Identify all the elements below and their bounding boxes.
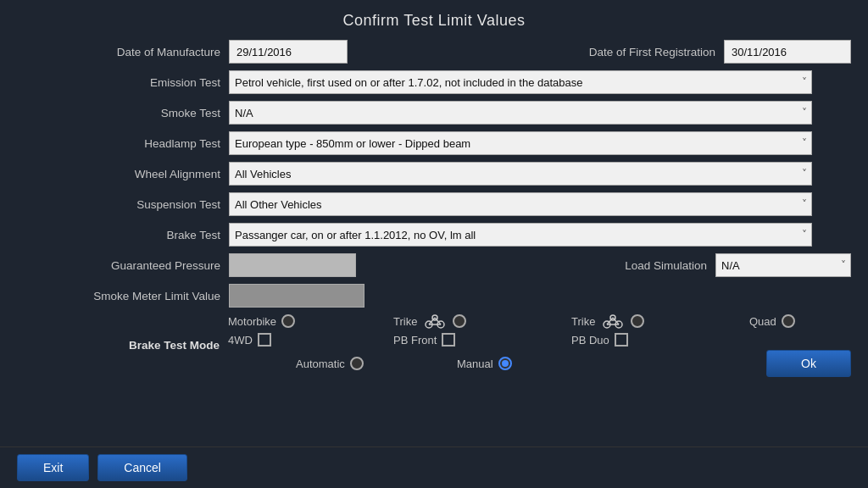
headlamp-test-label: Headlamp Test bbox=[144, 137, 220, 150]
manual-radio[interactable] bbox=[498, 357, 512, 370]
page-title: Confirm Test Limit Values bbox=[343, 12, 526, 29]
trike2-radio[interactable] bbox=[631, 314, 644, 328]
brake-test-label: Brake Test bbox=[166, 229, 220, 241]
suspension-test-select[interactable]: All Other Vehicles bbox=[229, 192, 812, 216]
guaranteed-pressure-label: Guaranteed Pressure bbox=[111, 259, 220, 272]
suspension-test-label: Suspension Test bbox=[136, 198, 220, 211]
manual-label: Manual bbox=[457, 358, 493, 370]
exit-button[interactable]: Exit bbox=[17, 454, 89, 481]
date-first-reg-label: Date of First Registration bbox=[589, 46, 715, 58]
trike1-icon bbox=[423, 313, 447, 330]
trike1-label: Trike bbox=[393, 315, 417, 328]
brake-test-select[interactable]: Passanger car, on or after 1.1.2012, no … bbox=[229, 223, 812, 247]
ok-button[interactable]: Ok bbox=[766, 350, 851, 377]
date-first-reg-input[interactable] bbox=[724, 40, 851, 64]
smoke-meter-input[interactable] bbox=[229, 284, 364, 308]
trike2-icon bbox=[601, 313, 625, 330]
pb-front-label: PB Front bbox=[393, 334, 437, 347]
date-manufacture-label: Date of Manufacture bbox=[117, 46, 220, 58]
quad-radio[interactable] bbox=[782, 314, 795, 328]
automatic-radio[interactable] bbox=[350, 357, 364, 370]
smoke-meter-label: Smoke Meter Limit Value bbox=[93, 290, 220, 302]
4wd-label: 4WD bbox=[228, 334, 253, 347]
automatic-label: Automatic bbox=[296, 358, 345, 370]
load-simulation-label: Load Simulation bbox=[625, 259, 707, 272]
headlamp-test-select[interactable]: European type - 850mm or lower - Dipped … bbox=[229, 131, 812, 155]
date-manufacture-input[interactable] bbox=[229, 40, 348, 64]
wheel-alignment-select[interactable]: All Vehicles bbox=[229, 162, 812, 186]
emission-test-select[interactable]: Petrol vehicle, first used on or after 1… bbox=[229, 70, 812, 94]
load-simulation-select[interactable]: N/A bbox=[715, 253, 851, 277]
pb-duo-checkbox[interactable] bbox=[615, 333, 628, 347]
motorbike-label: Motorbike bbox=[228, 315, 276, 328]
pb-front-checkbox[interactable] bbox=[442, 333, 455, 347]
trike1-radio[interactable] bbox=[453, 314, 466, 328]
pb-duo-label: PB Duo bbox=[571, 334, 609, 347]
4wd-checkbox[interactable] bbox=[258, 333, 271, 347]
emission-test-label: Emission Test bbox=[150, 76, 220, 89]
brake-test-mode-label: Brake Test Mode bbox=[129, 339, 220, 352]
guaranteed-pressure-input[interactable] bbox=[229, 253, 356, 277]
trike2-label: Trike bbox=[571, 315, 595, 328]
quad-label: Quad bbox=[749, 315, 776, 328]
motorbike-radio[interactable] bbox=[281, 314, 295, 328]
wheel-alignment-label: Wheel Alignment bbox=[135, 168, 220, 180]
smoke-test-select[interactable]: N/A bbox=[229, 101, 812, 125]
cancel-button[interactable]: Cancel bbox=[97, 454, 187, 481]
smoke-test-label: Smoke Test bbox=[161, 107, 220, 119]
